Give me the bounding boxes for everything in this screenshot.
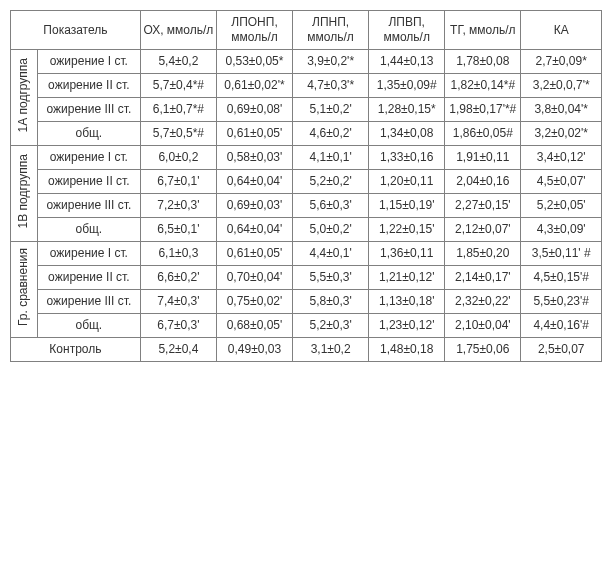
cell: 3,2±0,0,7'* [521,74,602,98]
group-label-comparison: Гр. сравнения [11,242,38,338]
cell: 6,1±0,7*# [140,98,216,122]
cell: 1,98±0,17'*# [445,98,521,122]
row-label: общ. [37,122,140,146]
header-oh: ОХ, ммоль/л [140,11,216,50]
cell: 6,5±0,1' [140,218,216,242]
header-ka: КА [521,11,602,50]
cell: 1,28±0,15* [369,98,445,122]
table-row: Гр. сравнения ожирение I ст. 6,1±0,3 0,6… [11,242,602,266]
row-label: ожирение II ст. [37,74,140,98]
table-row: общ. 5,7±0,5*# 0,61±0,05' 4,6±0,2' 1,34±… [11,122,602,146]
cell: 5,2±0,05' [521,194,602,218]
cell: 3,2±0,02'* [521,122,602,146]
cell: 3,1±0,2 [293,338,369,362]
group-label-1b: 1В подгруппа [11,146,38,242]
cell: 2,12±0,07' [445,218,521,242]
table-row: ожирение III ст. 6,1±0,7*# 0,69±0,08' 5,… [11,98,602,122]
cell: 1,33±0,16 [369,146,445,170]
cell: 4,6±0,2' [293,122,369,146]
cell: 0,69±0,08' [216,98,292,122]
cell: 5,1±0,2' [293,98,369,122]
row-label: ожирение III ст. [37,290,140,314]
cell: 2,14±0,17' [445,266,521,290]
cell: 1,23±0,12' [369,314,445,338]
cell: 1,82±0,14*# [445,74,521,98]
cell: 5,5±0,3' [293,266,369,290]
cell: 6,0±0,2 [140,146,216,170]
cell: 4,4±0,16'# [521,314,602,338]
cell: 5,0±0,2' [293,218,369,242]
cell: 1,22±0,15' [369,218,445,242]
cell: 5,5±0,23'# [521,290,602,314]
cell: 1,21±0,12' [369,266,445,290]
control-row: Контроль 5,2±0,4 0,49±0,03 3,1±0,2 1,48±… [11,338,602,362]
cell: 1,13±0,18' [369,290,445,314]
cell: 5,7±0,5*# [140,122,216,146]
cell: 5,2±0,2' [293,170,369,194]
table-row: ожирение II ст. 6,6±0,2' 0,70±0,04' 5,5±… [11,266,602,290]
cell: 1,75±0,06 [445,338,521,362]
header-lpvp: ЛПВП, ммоль/л [369,11,445,50]
cell: 3,9±0,2'* [293,50,369,74]
cell: 0,58±0,03' [216,146,292,170]
row-label: общ. [37,314,140,338]
cell: 5,8±0,3' [293,290,369,314]
cell: 0,61±0,05' [216,122,292,146]
cell: 1,86±0,05# [445,122,521,146]
cell: 6,1±0,3 [140,242,216,266]
cell: 4,5±0,07' [521,170,602,194]
cell: 4,3±0,09' [521,218,602,242]
cell: 0,69±0,03' [216,194,292,218]
cell: 2,7±0,09* [521,50,602,74]
header-lponp: ЛПОНП, ммоль/л [216,11,292,50]
cell: 1,44±0,13 [369,50,445,74]
row-label: ожирение III ст. [37,98,140,122]
cell: 4,7±0,3'* [293,74,369,98]
cell: 2,27±0,15' [445,194,521,218]
header-tg: ТГ, ммоль/л [445,11,521,50]
cell: 1,15±0,19' [369,194,445,218]
table-row: 1В подгруппа ожирение I ст. 6,0±0,2 0,58… [11,146,602,170]
cell: 5,7±0,4*# [140,74,216,98]
cell: 3,8±0,04'* [521,98,602,122]
header-row: Показатель ОХ, ммоль/л ЛПОНП, ммоль/л ЛП… [11,11,602,50]
cell: 1,78±0,08 [445,50,521,74]
row-label: ожирение I ст. [37,50,140,74]
cell: 0,53±0,05* [216,50,292,74]
cell: 0,70±0,04' [216,266,292,290]
row-label: ожирение I ст. [37,146,140,170]
cell: 0,64±0,04' [216,170,292,194]
cell: 5,4±0,2 [140,50,216,74]
cell: 1,48±0,18 [369,338,445,362]
cell: 3,4±0,12' [521,146,602,170]
cell: 0,61±0,05' [216,242,292,266]
control-label: Контроль [11,338,141,362]
cell: 2,5±0,07 [521,338,602,362]
cell: 0,49±0,03 [216,338,292,362]
cell: 1,85±0,20 [445,242,521,266]
group-label-1a: 1А подгруппа [11,50,38,146]
cell: 0,68±0,05' [216,314,292,338]
cell: 5,2±0,3' [293,314,369,338]
cell: 0,64±0,04' [216,218,292,242]
cell: 5,6±0,3' [293,194,369,218]
table-row: ожирение III ст. 7,4±0,3' 0,75±0,02' 5,8… [11,290,602,314]
row-label: ожирение II ст. [37,170,140,194]
cell: 2,10±0,04' [445,314,521,338]
table-row: общ. 6,7±0,3' 0,68±0,05' 5,2±0,3' 1,23±0… [11,314,602,338]
cell: 2,04±0,16 [445,170,521,194]
cell: 1,91±0,11 [445,146,521,170]
cell: 4,1±0,1' [293,146,369,170]
cell: 1,20±0,11 [369,170,445,194]
header-indicator: Показатель [11,11,141,50]
cell: 6,7±0,1' [140,170,216,194]
cell: 0,61±0,02'* [216,74,292,98]
cell: 5,2±0,4 [140,338,216,362]
lipid-profile-table: Показатель ОХ, ммоль/л ЛПОНП, ммоль/л ЛП… [10,10,602,362]
cell: 7,4±0,3' [140,290,216,314]
header-lpnp: ЛПНП, ммоль/л [293,11,369,50]
table-row: ожирение II ст. 5,7±0,4*# 0,61±0,02'* 4,… [11,74,602,98]
cell: 3,5±0,11' # [521,242,602,266]
cell: 4,5±0,15'# [521,266,602,290]
row-label: ожирение III ст. [37,194,140,218]
